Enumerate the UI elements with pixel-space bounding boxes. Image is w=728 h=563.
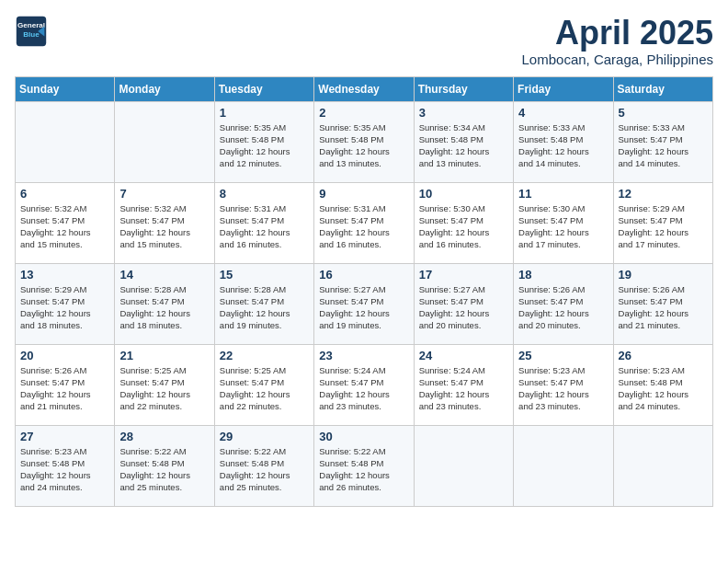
calendar-cell: 18Sunrise: 5:26 AM Sunset: 5:47 PM Dayli… xyxy=(514,263,613,344)
page-header: General Blue April 2025 Lombocan, Caraga… xyxy=(15,15,713,67)
calendar-cell: 27Sunrise: 5:23 AM Sunset: 5:48 PM Dayli… xyxy=(16,425,115,506)
calendar-week-row: 6Sunrise: 5:32 AM Sunset: 5:47 PM Daylig… xyxy=(16,182,713,263)
svg-text:General: General xyxy=(17,21,45,29)
weekday-header-friday: Friday xyxy=(514,76,613,101)
calendar-cell xyxy=(16,101,115,182)
day-number: 18 xyxy=(518,268,608,282)
calendar-cell: 20Sunrise: 5:26 AM Sunset: 5:47 PM Dayli… xyxy=(16,344,115,425)
day-number: 28 xyxy=(119,430,209,443)
day-number: 12 xyxy=(619,187,708,201)
day-number: 26 xyxy=(619,349,708,362)
day-number: 15 xyxy=(220,268,309,282)
day-detail: Sunrise: 5:34 AM Sunset: 5:48 PM Dayligh… xyxy=(419,121,508,170)
day-detail: Sunrise: 5:33 AM Sunset: 5:47 PM Dayligh… xyxy=(619,121,708,170)
day-detail: Sunrise: 5:31 AM Sunset: 5:47 PM Dayligh… xyxy=(319,202,408,251)
day-number: 13 xyxy=(20,268,109,282)
calendar-cell: 7Sunrise: 5:32 AM Sunset: 5:47 PM Daylig… xyxy=(115,182,214,263)
day-number: 5 xyxy=(619,106,708,120)
weekday-header-wednesday: Wednesday xyxy=(314,76,414,101)
day-number: 10 xyxy=(419,187,508,201)
day-detail: Sunrise: 5:24 AM Sunset: 5:47 PM Dayligh… xyxy=(319,364,408,413)
day-number: 17 xyxy=(419,268,508,282)
calendar-cell xyxy=(613,425,712,506)
calendar-week-row: 27Sunrise: 5:23 AM Sunset: 5:48 PM Dayli… xyxy=(16,425,713,506)
day-detail: Sunrise: 5:29 AM Sunset: 5:47 PM Dayligh… xyxy=(619,202,708,251)
weekday-header-sunday: Sunday xyxy=(16,76,115,101)
calendar-cell: 11Sunrise: 5:30 AM Sunset: 5:47 PM Dayli… xyxy=(514,182,613,263)
calendar-cell: 12Sunrise: 5:29 AM Sunset: 5:47 PM Dayli… xyxy=(613,182,712,263)
day-number: 2 xyxy=(319,106,408,120)
calendar-cell: 13Sunrise: 5:29 AM Sunset: 5:47 PM Dayli… xyxy=(16,263,115,344)
calendar-cell: 25Sunrise: 5:23 AM Sunset: 5:47 PM Dayli… xyxy=(514,344,613,425)
day-number: 21 xyxy=(119,349,209,362)
day-number: 20 xyxy=(20,349,109,362)
weekday-header-tuesday: Tuesday xyxy=(214,76,313,101)
day-detail: Sunrise: 5:32 AM Sunset: 5:47 PM Dayligh… xyxy=(119,202,209,251)
day-detail: Sunrise: 5:28 AM Sunset: 5:47 PM Dayligh… xyxy=(119,283,209,332)
day-detail: Sunrise: 5:35 AM Sunset: 5:48 PM Dayligh… xyxy=(220,121,309,170)
day-detail: Sunrise: 5:32 AM Sunset: 5:47 PM Dayligh… xyxy=(20,202,109,251)
day-number: 25 xyxy=(518,349,608,362)
day-number: 30 xyxy=(319,430,408,443)
calendar-cell: 26Sunrise: 5:23 AM Sunset: 5:48 PM Dayli… xyxy=(613,344,712,425)
calendar-cell: 4Sunrise: 5:33 AM Sunset: 5:48 PM Daylig… xyxy=(514,101,613,182)
calendar-cell xyxy=(514,425,613,506)
day-number: 8 xyxy=(220,187,309,201)
day-number: 24 xyxy=(419,349,508,362)
calendar-cell: 15Sunrise: 5:28 AM Sunset: 5:47 PM Dayli… xyxy=(214,263,313,344)
day-detail: Sunrise: 5:26 AM Sunset: 5:47 PM Dayligh… xyxy=(518,283,608,332)
logo-icon: General Blue xyxy=(15,15,48,48)
day-number: 4 xyxy=(518,106,608,120)
calendar-table: SundayMondayTuesdayWednesdayThursdayFrid… xyxy=(15,76,713,507)
weekday-header-monday: Monday xyxy=(115,76,214,101)
weekday-header-thursday: Thursday xyxy=(414,76,513,101)
calendar-cell: 2Sunrise: 5:35 AM Sunset: 5:48 PM Daylig… xyxy=(314,101,414,182)
day-detail: Sunrise: 5:25 AM Sunset: 5:47 PM Dayligh… xyxy=(220,364,309,413)
day-detail: Sunrise: 5:33 AM Sunset: 5:48 PM Dayligh… xyxy=(518,121,608,170)
day-detail: Sunrise: 5:25 AM Sunset: 5:47 PM Dayligh… xyxy=(119,364,209,413)
day-detail: Sunrise: 5:28 AM Sunset: 5:47 PM Dayligh… xyxy=(220,283,309,332)
calendar-cell xyxy=(414,425,513,506)
weekday-header-saturday: Saturday xyxy=(613,76,712,101)
day-detail: Sunrise: 5:23 AM Sunset: 5:48 PM Dayligh… xyxy=(619,364,708,413)
day-detail: Sunrise: 5:29 AM Sunset: 5:47 PM Dayligh… xyxy=(20,283,109,332)
calendar-cell: 21Sunrise: 5:25 AM Sunset: 5:47 PM Dayli… xyxy=(115,344,214,425)
day-detail: Sunrise: 5:27 AM Sunset: 5:47 PM Dayligh… xyxy=(419,283,508,332)
calendar-cell: 5Sunrise: 5:33 AM Sunset: 5:47 PM Daylig… xyxy=(613,101,712,182)
day-detail: Sunrise: 5:24 AM Sunset: 5:47 PM Dayligh… xyxy=(419,364,508,413)
calendar-cell: 3Sunrise: 5:34 AM Sunset: 5:48 PM Daylig… xyxy=(414,101,513,182)
calendar-cell: 6Sunrise: 5:32 AM Sunset: 5:47 PM Daylig… xyxy=(16,182,115,263)
day-number: 11 xyxy=(518,187,608,201)
day-detail: Sunrise: 5:35 AM Sunset: 5:48 PM Dayligh… xyxy=(319,121,408,170)
svg-text:Blue: Blue xyxy=(23,30,40,39)
calendar-cell: 30Sunrise: 5:22 AM Sunset: 5:48 PM Dayli… xyxy=(314,425,414,506)
day-number: 19 xyxy=(619,268,708,282)
title-area: April 2025 Lombocan, Caraga, Philippines xyxy=(522,15,713,67)
day-number: 1 xyxy=(220,106,309,120)
calendar-cell: 17Sunrise: 5:27 AM Sunset: 5:47 PM Dayli… xyxy=(414,263,513,344)
calendar-week-row: 13Sunrise: 5:29 AM Sunset: 5:47 PM Dayli… xyxy=(16,263,713,344)
calendar-week-row: 1Sunrise: 5:35 AM Sunset: 5:48 PM Daylig… xyxy=(16,101,713,182)
day-detail: Sunrise: 5:23 AM Sunset: 5:47 PM Dayligh… xyxy=(518,364,608,413)
day-number: 22 xyxy=(220,349,309,362)
calendar-cell: 1Sunrise: 5:35 AM Sunset: 5:48 PM Daylig… xyxy=(214,101,313,182)
calendar-cell: 24Sunrise: 5:24 AM Sunset: 5:47 PM Dayli… xyxy=(414,344,513,425)
calendar-cell: 23Sunrise: 5:24 AM Sunset: 5:47 PM Dayli… xyxy=(314,344,414,425)
calendar-week-row: 20Sunrise: 5:26 AM Sunset: 5:47 PM Dayli… xyxy=(16,344,713,425)
day-detail: Sunrise: 5:26 AM Sunset: 5:47 PM Dayligh… xyxy=(20,364,109,413)
day-detail: Sunrise: 5:27 AM Sunset: 5:47 PM Dayligh… xyxy=(319,283,408,332)
day-detail: Sunrise: 5:22 AM Sunset: 5:48 PM Dayligh… xyxy=(319,445,408,494)
day-number: 9 xyxy=(319,187,408,201)
calendar-cell: 22Sunrise: 5:25 AM Sunset: 5:47 PM Dayli… xyxy=(214,344,313,425)
day-detail: Sunrise: 5:22 AM Sunset: 5:48 PM Dayligh… xyxy=(119,445,209,494)
day-detail: Sunrise: 5:23 AM Sunset: 5:48 PM Dayligh… xyxy=(20,445,109,494)
day-detail: Sunrise: 5:30 AM Sunset: 5:47 PM Dayligh… xyxy=(419,202,508,251)
day-number: 14 xyxy=(119,268,209,282)
calendar-cell: 29Sunrise: 5:22 AM Sunset: 5:48 PM Dayli… xyxy=(214,425,313,506)
calendar-cell: 14Sunrise: 5:28 AM Sunset: 5:47 PM Dayli… xyxy=(115,263,214,344)
day-number: 16 xyxy=(319,268,408,282)
day-detail: Sunrise: 5:30 AM Sunset: 5:47 PM Dayligh… xyxy=(518,202,608,251)
day-number: 6 xyxy=(20,187,109,201)
calendar-cell: 28Sunrise: 5:22 AM Sunset: 5:48 PM Dayli… xyxy=(115,425,214,506)
day-number: 7 xyxy=(119,187,209,201)
